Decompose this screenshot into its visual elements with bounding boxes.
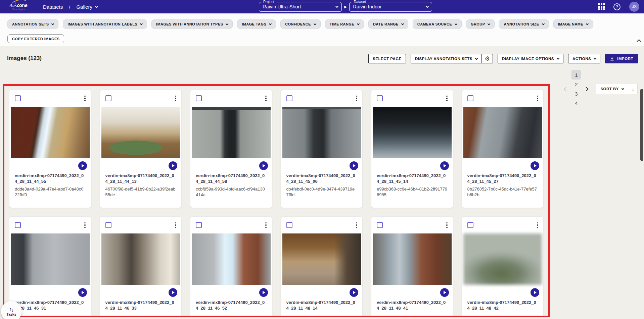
annotation-sets-settings-button[interactable]: ⚙ <box>481 54 493 63</box>
image-thumbnail[interactable] <box>192 107 271 158</box>
filter-chip[interactable]: TIME RANGE <box>325 19 364 29</box>
import-button[interactable]: IMPORT <box>605 54 638 63</box>
image-checkbox[interactable] <box>196 222 202 228</box>
play-button[interactable] <box>440 288 449 297</box>
filter-chip[interactable]: ANNOTATION SETS <box>7 19 58 29</box>
image-checkbox[interactable] <box>15 95 21 101</box>
play-button[interactable] <box>78 161 87 170</box>
image-name[interactable]: verdin-imx8mp-07174490_2022_04_28_11_45_… <box>286 173 357 184</box>
image-thumbnail[interactable] <box>463 233 542 285</box>
user-avatar[interactable]: JS <box>629 2 639 12</box>
page-number-3[interactable]: 3 <box>571 89 581 98</box>
collapse-filters-chevron-up-icon[interactable] <box>637 39 641 44</box>
image-checkbox[interactable] <box>105 95 111 101</box>
previous-page-chevron-icon[interactable] <box>564 87 568 91</box>
image-name[interactable]: verdin-imx8mp-07174490_2022_04_28_11_44_… <box>105 173 176 184</box>
help-icon[interactable]: ? <box>613 3 620 10</box>
image-thumbnail[interactable] <box>282 107 361 158</box>
filter-chip[interactable]: CAMERA SOURCE <box>413 19 462 29</box>
image-name[interactable]: verdin-imx8mp-07174490_2022_04_28_11_45_… <box>467 173 538 184</box>
image-thumbnail[interactable] <box>101 107 180 158</box>
project-select[interactable]: Project Raivin Ultra-Short <box>259 2 342 12</box>
image-thumbnail[interactable] <box>373 107 452 158</box>
breadcrumb-datasets[interactable]: Datasets <box>43 4 63 10</box>
image-checkbox[interactable] <box>196 95 202 101</box>
image-checkbox[interactable] <box>105 222 111 228</box>
image-checkbox[interactable] <box>15 222 21 228</box>
filter-chip[interactable]: GROUP <box>466 19 495 29</box>
vertical-scrollbar-thumb[interactable] <box>640 89 643 161</box>
kebab-menu-icon[interactable] <box>444 220 450 230</box>
image-thumbnail[interactable] <box>282 233 361 285</box>
dataset-select[interactable]: Dataset Raivin Indoor <box>349 2 432 12</box>
play-button[interactable] <box>78 288 87 297</box>
play-button[interactable] <box>169 288 177 297</box>
page-number-4[interactable]: 4 <box>571 98 581 108</box>
play-button[interactable] <box>350 161 358 170</box>
kebab-menu-icon[interactable] <box>354 94 359 103</box>
kebab-menu-icon[interactable] <box>82 94 88 103</box>
image-checkbox[interactable] <box>286 222 292 228</box>
image-name[interactable]: verdin-imx8mp-07174490_2022_04_28_11_46_… <box>15 300 86 311</box>
image-name[interactable]: verdin-imx8mp-07174490_2022_04_28_11_45_… <box>377 173 448 184</box>
project-dataset-arrow-icon: ▶ <box>344 5 347 9</box>
filter-chip[interactable]: IMAGE NAME <box>553 19 593 29</box>
filter-chip[interactable]: IMAGES WITH ANNOTATION LABELS <box>63 19 147 29</box>
image-name[interactable]: verdin-imx8mp-07174490_2022_04_28_11_48_… <box>467 300 538 311</box>
play-button[interactable] <box>259 161 268 170</box>
chevron-down-icon <box>622 87 624 90</box>
breadcrumb-gallery-dropdown[interactable]: Gallery <box>76 4 98 10</box>
display-annotation-sets-button[interactable]: DISPLAY ANNOTATION SETS <box>411 54 481 63</box>
image-thumbnail[interactable] <box>463 107 542 158</box>
kebab-menu-icon[interactable] <box>444 94 450 103</box>
sort-by-button[interactable]: SORT BY <box>596 84 628 94</box>
copy-filtered-images-button[interactable]: COPY FILTERED IMAGES <box>7 34 64 43</box>
kebab-menu-icon[interactable] <box>535 220 540 230</box>
next-page-chevron-icon[interactable] <box>585 87 589 91</box>
app-logo[interactable]: Au-Zone Technologies <box>5 3 32 11</box>
image-thumbnail[interactable] <box>101 233 180 285</box>
image-name[interactable]: verdin-imx8mp-07174490_2022_04_28_11_44_… <box>196 173 267 184</box>
filter-chip[interactable]: CONFIDENCE <box>280 19 321 29</box>
play-button[interactable] <box>531 288 539 297</box>
filter-chip[interactable]: ANNOTATION SIZE <box>499 19 549 29</box>
kebab-menu-icon[interactable] <box>263 220 269 230</box>
select-page-button[interactable]: SELECT PAGE <box>368 54 406 63</box>
filter-chip[interactable]: IMAGES WITH ANNOTATION TYPES <box>151 19 233 29</box>
image-name[interactable]: verdin-imx8mp-07174490_2022_04_28_11_44_… <box>15 173 86 184</box>
image-checkbox[interactable] <box>286 95 292 101</box>
image-checkbox[interactable] <box>467 95 473 101</box>
image-checkbox[interactable] <box>467 222 473 228</box>
image-checkbox[interactable] <box>377 95 383 101</box>
image-name[interactable]: verdin-imx8mp-07174490_2022_04_28_11_46_… <box>196 300 267 311</box>
kebab-menu-icon[interactable] <box>263 94 269 103</box>
actions-button[interactable]: ACTIONS <box>568 54 600 63</box>
kebab-menu-icon[interactable] <box>173 94 178 103</box>
filter-chip[interactable]: DATE RANGE <box>368 19 408 29</box>
apps-grid-icon[interactable] <box>598 3 605 10</box>
page-number-1[interactable]: 1 <box>571 70 581 79</box>
image-thumbnail[interactable] <box>373 233 452 285</box>
image-thumbnail[interactable] <box>11 107 90 158</box>
sort-direction-button[interactable]: ↓ <box>628 84 638 94</box>
display-image-options-button[interactable]: DISPLAY IMAGE OPTIONS <box>498 54 563 63</box>
image-checkbox[interactable] <box>377 222 383 228</box>
page-number-2[interactable]: 2 <box>571 79 581 89</box>
image-name[interactable]: verdin-imx8mp-07174490_2022_04_28_11_48_… <box>286 300 357 311</box>
play-button[interactable] <box>259 288 268 297</box>
kebab-menu-icon[interactable] <box>354 220 359 230</box>
kebab-menu-icon[interactable] <box>82 220 88 230</box>
image-name[interactable]: verdin-imx8mp-07174490_2022_04_28_11_48_… <box>377 300 448 311</box>
image-name[interactable]: verdin-imx8mp-07174490_2022_04_28_11_46_… <box>105 300 176 311</box>
filter-chip[interactable]: IMAGE TAGS <box>237 19 276 29</box>
play-button[interactable] <box>350 288 358 297</box>
image-thumbnail[interactable] <box>192 233 271 285</box>
page-title: Images (123) <box>7 55 42 62</box>
tasks-button[interactable]: ↑↓ Tasks <box>1 301 22 319</box>
kebab-menu-icon[interactable] <box>535 94 540 103</box>
kebab-menu-icon[interactable] <box>173 220 178 230</box>
play-button[interactable] <box>531 161 539 170</box>
image-thumbnail[interactable] <box>11 233 90 285</box>
play-button[interactable] <box>169 161 177 170</box>
play-button[interactable] <box>440 161 449 170</box>
